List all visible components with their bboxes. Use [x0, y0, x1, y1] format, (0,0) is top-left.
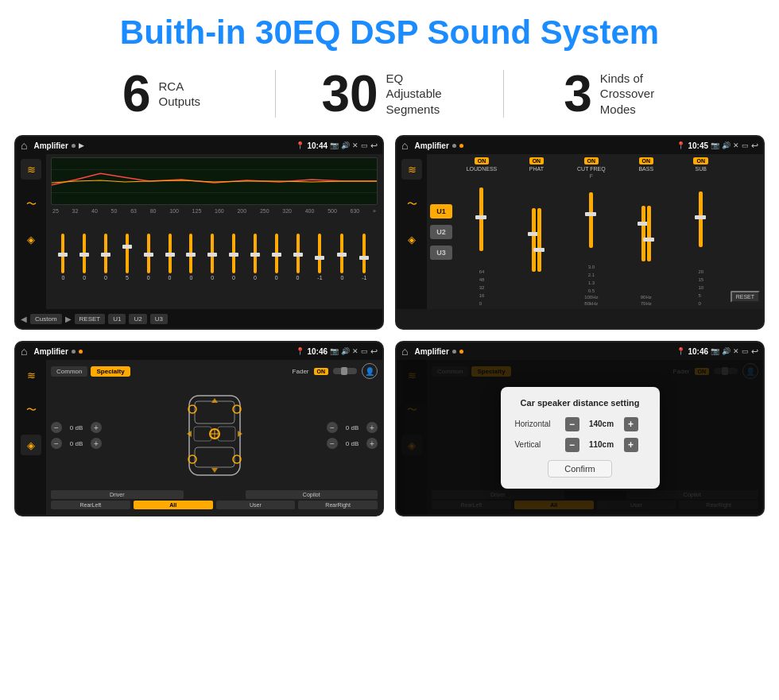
phat-label: PHAT [529, 166, 544, 172]
loudness-slider[interactable] [479, 188, 483, 251]
dialog-vertical-minus[interactable]: − [565, 438, 579, 452]
u2-btn-tl[interactable]: U2 [129, 314, 146, 324]
user-btn[interactable]: User [216, 501, 296, 509]
rearright-btn[interactable]: RearRight [298, 501, 378, 509]
all-btn[interactable]: All [134, 501, 213, 509]
close-icon-tr: ✕ [733, 141, 739, 149]
user-icon-bl[interactable]: 👤 [362, 363, 378, 379]
vol-row-fl: − 0 dB + [51, 422, 102, 433]
eq-slider-7[interactable]: 0 [189, 234, 192, 280]
vol-minus-fl[interactable]: − [51, 422, 62, 433]
reset-btn-tl[interactable]: RESET [75, 314, 106, 324]
eq-speaker-icon[interactable]: ◈ [21, 229, 41, 249]
vol-minus-rr[interactable]: − [327, 438, 338, 449]
stats-row: 6 RCAOutputs 30 EQ AdjustableSegments 3 … [0, 59, 779, 130]
back-icon-tl[interactable]: ↩ [370, 141, 378, 151]
rearleft-btn[interactable]: RearLeft [51, 501, 130, 509]
bass-slider-2[interactable] [647, 206, 651, 261]
copilot-btn[interactable]: Copilot [246, 490, 378, 499]
eq-filter-icon[interactable]: ≋ [21, 159, 41, 180]
u3-btn-tl[interactable]: U3 [150, 314, 168, 324]
bass-slider-1[interactable] [641, 206, 645, 261]
back-icon-tr[interactable]: ↩ [751, 141, 758, 151]
eq-slider-5[interactable]: 0 [147, 234, 150, 280]
confirm-button[interactable]: Confirm [548, 460, 612, 478]
eq-slider-1[interactable]: 0 [61, 234, 64, 280]
prev-icon[interactable]: ◀ [21, 315, 27, 323]
screen-eq: ⌂ Amplifier ▶ 📍 10:44 📷 🔊 ✕ ▭ ↩ ≋ 〜 ◈ [14, 135, 384, 330]
next-icon[interactable]: ▶ [65, 315, 72, 323]
eq-content: ≋ 〜 ◈ 2 [16, 154, 382, 309]
svg-rect-5 [195, 447, 234, 467]
sub-slider[interactable] [699, 191, 703, 247]
driver-btn[interactable]: Driver [51, 490, 184, 499]
stat-crossover: 3 Kinds ofCrossover Modes [504, 68, 731, 119]
home-icon-br[interactable]: ⌂ [401, 345, 408, 358]
dialog-horizontal-row: Horizontal − 140cm + [515, 417, 645, 431]
fader-slider[interactable] [333, 368, 357, 374]
camera-icon-tl: 📷 [330, 141, 339, 149]
loudness-on-badge[interactable]: ON [475, 157, 490, 164]
eq-slider-3[interactable]: 0 [104, 234, 107, 280]
crossover-wave-icon[interactable]: 〜 [401, 194, 422, 215]
ctrl-sub: ON SUB 20151050 [675, 157, 727, 306]
reset-btn-tr[interactable]: RESET [731, 291, 760, 303]
cutfreq-on-badge[interactable]: ON [584, 157, 599, 164]
vol-minus-fr[interactable]: − [327, 422, 338, 433]
home-icon[interactable]: ⌂ [21, 139, 27, 152]
crossover-sidebar: ≋ 〜 ◈ [397, 154, 427, 309]
phat-slider-2[interactable] [537, 208, 541, 272]
eq-slider-4[interactable]: 5 [126, 234, 129, 280]
channel-u2-btn[interactable]: U2 [430, 225, 452, 239]
eq-slider-13[interactable]: -1 [317, 234, 322, 280]
tab-specialty-bl[interactable]: Specialty [91, 366, 130, 377]
phat-on-badge[interactable]: ON [529, 157, 545, 164]
crossover-speaker-icon[interactable]: ◈ [401, 229, 422, 249]
bass-label: BASS [638, 166, 653, 172]
preset-custom-btn[interactable]: Custom [30, 314, 62, 324]
vol-val-fl: 0 dB [64, 424, 88, 431]
u1-btn-tl[interactable]: U1 [108, 314, 126, 324]
eq-slider-15[interactable]: -1 [362, 234, 366, 280]
tab-common-bl[interactable]: Common [51, 366, 87, 377]
vol-plus-fl[interactable]: + [91, 422, 102, 433]
back-icon-br[interactable]: ↩ [751, 346, 758, 357]
eq-slider-8[interactable]: 0 [211, 234, 214, 280]
vol-plus-rr[interactable]: + [366, 438, 378, 449]
vol-minus-rl[interactable]: − [51, 438, 62, 449]
back-icon-bl[interactable]: ↩ [370, 346, 378, 357]
eq-slider-2[interactable]: 0 [83, 234, 86, 280]
speaker-filter-icon[interactable]: ≋ [21, 365, 41, 385]
speaker-sidebar: ≋ 〜 ◈ [16, 360, 46, 515]
status-dot-tr2 [459, 144, 463, 148]
crossover-filter-icon[interactable]: ≋ [401, 159, 422, 180]
home-icon-bl[interactable]: ⌂ [21, 345, 27, 358]
phat-slider-1[interactable] [532, 208, 536, 272]
vol-plus-fr[interactable]: + [366, 422, 378, 433]
vol-col-right: − 0 dB + − 0 dB + [327, 384, 378, 487]
home-icon-tr[interactable]: ⌂ [401, 139, 408, 152]
vol-plus-rl[interactable]: + [91, 438, 102, 449]
channel-u3-btn[interactable]: U3 [430, 246, 452, 260]
fader-on-badge[interactable]: ON [314, 368, 329, 375]
amplifier-title-br: Amplifier [414, 347, 448, 356]
eq-slider-6[interactable]: 0 [169, 234, 172, 280]
eq-slider-9[interactable]: 0 [232, 234, 235, 280]
dialog-overlay: Car speaker distance setting Horizontal … [397, 360, 763, 515]
speaker-bottom-btns: Driver Copilot [51, 490, 378, 499]
eq-sliders: 0 0 0 5 0 [51, 217, 378, 280]
dialog-horizontal-minus[interactable]: − [565, 417, 579, 431]
eq-wave-icon[interactable]: 〜 [21, 194, 41, 215]
channel-u1-btn[interactable]: U1 [430, 204, 452, 219]
dialog-vertical-plus[interactable]: + [624, 438, 638, 452]
speaker-icon-bl[interactable]: ◈ [21, 435, 41, 455]
dialog-horizontal-plus[interactable]: + [624, 417, 638, 431]
eq-slider-10[interactable]: 0 [254, 234, 257, 280]
eq-slider-11[interactable]: 0 [275, 234, 278, 280]
eq-slider-14[interactable]: 0 [340, 234, 343, 280]
eq-slider-12[interactable]: 0 [296, 234, 300, 280]
sub-on-badge[interactable]: ON [693, 157, 708, 164]
speaker-wave-icon[interactable]: 〜 [21, 400, 41, 420]
bass-on-badge[interactable]: ON [639, 157, 654, 164]
cutfreq-slider[interactable] [589, 192, 593, 248]
